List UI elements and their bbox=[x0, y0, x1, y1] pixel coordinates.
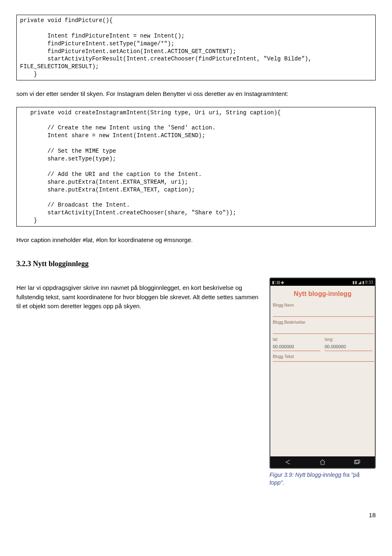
screen-title: Nytt blogg-innlegg bbox=[273, 289, 372, 299]
input-lat[interactable]: 00.000000 bbox=[273, 343, 321, 351]
home-icon[interactable] bbox=[314, 458, 331, 466]
status-time: 8:33 bbox=[365, 279, 373, 285]
signal-icon: ▮▮ bbox=[352, 279, 357, 285]
label-blog-text: Blogg Tekst bbox=[273, 354, 372, 360]
status-icon: ◆ bbox=[281, 279, 284, 285]
recent-icon[interactable] bbox=[349, 458, 365, 466]
phone-screen: Nytt blogg-innlegg Blogg Navn Blogg Besk… bbox=[270, 286, 375, 456]
input-blog-text[interactable] bbox=[273, 360, 374, 362]
phone-statusbar: ◧ ▤ ◆ ▮▮ ◢ ▮ 8:33 bbox=[270, 278, 375, 286]
paragraph-3: Her lar vi oppdragsgiver skrive inn navn… bbox=[16, 283, 261, 311]
phone-mockup: ◧ ▤ ◆ ▮▮ ◢ ▮ 8:33 Nytt blogg-innlegg Blo… bbox=[270, 278, 376, 469]
figure-caption: Figur 3.9: Nytt blogg-innlegg fra "på to… bbox=[270, 471, 376, 486]
battery-icon: ▮ bbox=[362, 279, 365, 285]
page-number: 18 bbox=[16, 511, 376, 520]
status-icon: ▤ bbox=[276, 279, 280, 285]
paragraph-2: Hvor caption inneholder #lat, #lon for k… bbox=[16, 236, 376, 245]
wifi-icon: ◢ bbox=[358, 279, 361, 285]
svg-rect-1 bbox=[356, 460, 360, 463]
input-blog-desc[interactable] bbox=[273, 326, 374, 334]
code-block-1: private void findPicture(){ Intent findP… bbox=[16, 15, 376, 80]
back-icon[interactable] bbox=[280, 458, 296, 466]
label-long: long: bbox=[325, 336, 372, 342]
label-blog-name: Blogg Navn bbox=[273, 302, 372, 308]
input-blog-name[interactable] bbox=[273, 309, 374, 317]
input-long[interactable]: 00.000000 bbox=[325, 343, 372, 351]
status-icon: ◧ bbox=[272, 279, 276, 285]
svg-rect-0 bbox=[354, 460, 359, 464]
code-block-2: private void createInstagramIntent(Strin… bbox=[16, 107, 376, 227]
phone-navbar bbox=[270, 456, 375, 468]
label-blog-desc: Blogg Beskrivelse bbox=[273, 319, 372, 325]
section-heading: 3.2.3 Nytt blogginnlegg bbox=[16, 258, 376, 269]
label-lat: lat: bbox=[273, 336, 321, 342]
paragraph-1: som vi der etter sender til skyen. For I… bbox=[16, 89, 376, 99]
